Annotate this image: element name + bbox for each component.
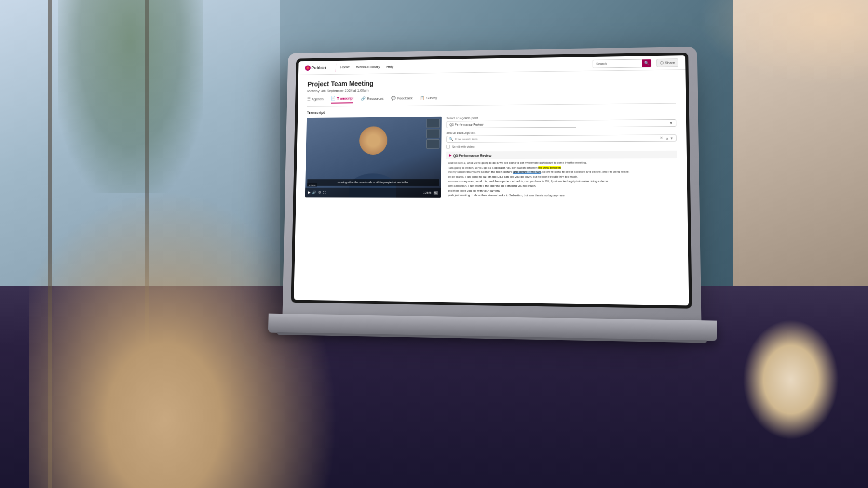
survey-icon: 📋 [420, 96, 425, 100]
tab-feedback-label: Feedback [397, 96, 413, 100]
video-subtitles: showing either the remote side or all th… [307, 179, 439, 186]
scroll-with-video-label: Scroll with video [452, 145, 474, 148]
section-header-text: Q3 Performance Review [453, 154, 492, 157]
play-pause-button[interactable]: ▶ [308, 191, 311, 195]
tab-agenda-label: Agenda [312, 97, 324, 101]
transcript-icon: 📄 [331, 96, 336, 101]
transcript-section-header: ▶ Q3 Performance Review [446, 151, 677, 159]
transcript-section-label: Transcript [307, 107, 676, 115]
participant-tile-3 [426, 139, 440, 149]
transcript-para-4: on on teams, I am going to call off and … [448, 174, 675, 179]
search-input[interactable] [593, 59, 642, 67]
transcript-para-7: and then there you are with your camera. [448, 188, 675, 193]
transcript-para-8: yeah just wanting to show their stream b… [448, 193, 675, 198]
time-display: 1:23:45 [423, 191, 431, 194]
dropdown-arrow-icon: ▼ [669, 121, 673, 125]
person-head [359, 126, 388, 155]
search-icon: 🔍 [449, 137, 453, 141]
search-transcript-label: Search transcript text [446, 130, 676, 134]
participant-tiles [426, 119, 440, 149]
background-light [675, 0, 868, 96]
tab-nav: ☰ Agenda 📄 Transcript 🔗 Resources 💬 [307, 93, 676, 107]
laptop-screen: Public-i Home Webcast library Help 🔍 [294, 55, 689, 305]
scroll-with-video-checkbox[interactable] [446, 145, 450, 149]
resources-icon: 🔗 [361, 96, 366, 101]
laptop-bezel: Public-i Home Webcast library Help 🔍 [291, 53, 692, 309]
volume-button[interactable]: 🔊 [312, 191, 316, 195]
participant-tile-1 [426, 119, 440, 128]
transcript-layout: showing either the remote side or all th… [305, 115, 678, 198]
agenda-select-label: Select an agenda point [447, 115, 676, 120]
share-label: Share [665, 60, 675, 65]
nav-webcast-library[interactable]: Webcast library [356, 65, 380, 69]
video-label: eview [307, 183, 317, 187]
scroll-with-video-row: Scroll with video [446, 144, 677, 149]
logo-area: Public-i [305, 65, 326, 70]
search-box: 🔍 [593, 59, 651, 68]
search-button[interactable]: 🔍 [642, 59, 651, 67]
highlight-blue: and picture of the two [513, 171, 541, 174]
tab-agenda[interactable]: ☰ Agenda [307, 97, 324, 103]
logo-icon [305, 65, 311, 71]
transcript-controls-panel: Select an agenda point Q3 Performance Re… [446, 115, 677, 198]
laptop: Public-i Home Webcast library Help 🔍 [282, 47, 701, 323]
tab-survey[interactable]: 📋 Survey [420, 96, 437, 102]
share-button[interactable]: ⬡ Share [656, 58, 678, 67]
search-prev-button[interactable]: ▲ [665, 136, 669, 140]
fullscreen-button[interactable]: ⛶ [323, 191, 326, 194]
tab-resources-label: Resources [367, 96, 384, 101]
video-controls: ▶ 🔊 ⚙ ⛶ 1:23:45 HD [305, 188, 441, 198]
header-nav: Home Webcast library Help [340, 65, 393, 69]
share-icon: ⬡ [660, 61, 664, 65]
agenda-selected-value: Q3 Performance Review [449, 123, 483, 126]
subtitles-text: showing either the remote side or all th… [338, 181, 408, 184]
tab-survey-label: Survey [426, 96, 437, 100]
highlight-yellow: the view between [538, 166, 561, 169]
transcript-text-area: and for item 2, what we're going to do i… [446, 160, 677, 198]
tab-transcript-label: Transcript [337, 96, 353, 101]
tab-resources[interactable]: 🔗 Resources [361, 96, 383, 103]
video-label-text: eview [309, 184, 316, 186]
header-right: 🔍 ⬡ Share [593, 58, 678, 68]
search-next-button[interactable]: ▼ [670, 136, 673, 140]
nav-home[interactable]: Home [340, 65, 350, 69]
tab-feedback[interactable]: 💬 Feedback [391, 96, 413, 102]
logo-text[interactable]: Public-i [312, 65, 326, 70]
participant-tile-2 [426, 129, 440, 138]
main-content: Project Team Meeting Monday, 4th Septemb… [296, 70, 688, 202]
clear-search-button[interactable]: ✕ [659, 136, 664, 140]
agenda-icon: ☰ [307, 97, 311, 102]
screen-content: Public-i Home Webcast library Help 🔍 [294, 55, 689, 305]
background-coffee [743, 319, 839, 440]
search-transcript-input[interactable] [455, 137, 657, 141]
feedback-icon: 💬 [391, 96, 396, 101]
tab-transcript[interactable]: 📄 Transcript [331, 96, 353, 104]
transcript-para-6: with Sebastian, I just wanted the openin… [448, 184, 675, 189]
section-play-icon[interactable]: ▶ [449, 154, 451, 158]
video-panel: showing either the remote side or all th… [305, 117, 442, 198]
header-divider [335, 63, 336, 71]
transcript-para-5: so more money was, could this, and the e… [448, 179, 675, 184]
settings-button[interactable]: ⚙ [318, 191, 321, 195]
search-nav-buttons: ▲ ▼ [665, 136, 674, 140]
search-transcript-box: 🔍 ✕ ▲ ▼ [446, 134, 676, 143]
nav-help[interactable]: Help [386, 65, 393, 69]
video-player[interactable]: showing either the remote side or all th… [305, 117, 442, 198]
video-face: showing either the remote side or all th… [305, 117, 442, 198]
hd-badge: HD [433, 191, 438, 194]
agenda-dropdown[interactable]: Q3 Performance Review ▼ [446, 119, 676, 128]
transcript-para-3: the my screen that you've seen in the ro… [448, 170, 675, 175]
